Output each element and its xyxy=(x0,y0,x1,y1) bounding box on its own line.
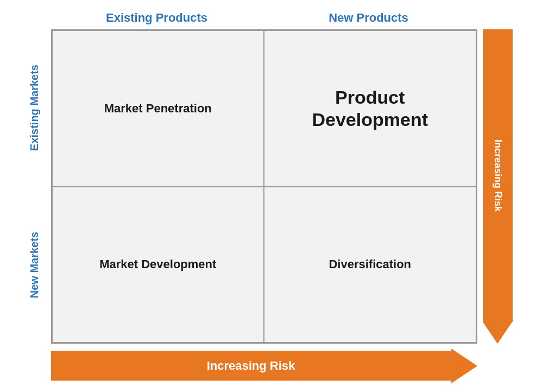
market-penetration-cell: Market Penetration xyxy=(52,30,264,187)
market-development-cell: Market Development xyxy=(52,187,264,343)
market-penetration-label: Market Penetration xyxy=(104,102,212,116)
right-risk-arrow: Increasing Risk xyxy=(483,29,513,344)
right-risk-arrowhead xyxy=(483,322,512,344)
bottom-risk-arrowhead xyxy=(451,349,477,383)
new-markets-header: New Markets xyxy=(18,187,51,344)
product-development-cell: ProductDevelopment xyxy=(264,30,476,187)
ansoff-matrix: Existing Products New Products Existing … xyxy=(18,9,518,383)
bottom-risk-arrow-container: Increasing Risk xyxy=(51,348,477,383)
right-risk-arrow-area: Increasing Risk xyxy=(477,29,518,344)
main-body: Existing Markets New Markets Market Pene… xyxy=(18,29,518,344)
matrix-grid: Market Penetration ProductDevelopment Ma… xyxy=(51,29,477,344)
new-products-header: New Products xyxy=(263,9,475,27)
existing-products-header: Existing Products xyxy=(51,9,263,27)
bottom-risk-label: Increasing Risk xyxy=(207,359,295,373)
product-development-label: ProductDevelopment xyxy=(312,86,428,131)
diversification-cell: Diversification xyxy=(264,187,476,343)
existing-markets-header: Existing Markets xyxy=(18,29,51,187)
bottom-area: Increasing Risk xyxy=(18,348,518,383)
bottom-risk-arrow: Increasing Risk xyxy=(51,349,477,383)
bottom-risk-shaft: Increasing Risk xyxy=(51,351,451,381)
row-labels: Existing Markets New Markets xyxy=(18,29,51,344)
column-headers: Existing Products New Products xyxy=(51,9,475,27)
right-risk-label: Increasing Risk xyxy=(492,140,503,212)
diversification-label: Diversification xyxy=(329,257,411,271)
market-development-label: Market Development xyxy=(99,257,216,271)
right-risk-shaft: Increasing Risk xyxy=(483,29,513,322)
